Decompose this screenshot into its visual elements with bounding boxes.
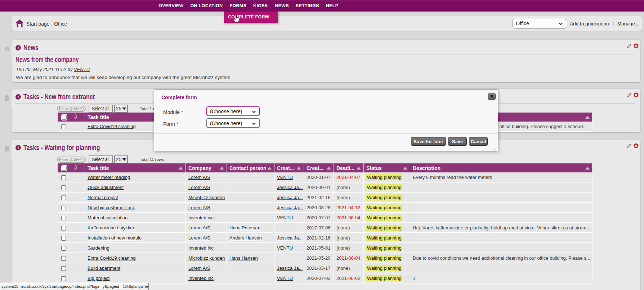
header-select-all[interactable] bbox=[58, 113, 71, 122]
form-select[interactable]: (Choose here) bbox=[206, 118, 260, 128]
contact-link[interactable]: Hans Hansen bbox=[229, 255, 258, 261]
manage-link[interactable]: Manage... bbox=[617, 21, 639, 26]
row-checkbox[interactable] bbox=[61, 216, 66, 220]
row-checkbox[interactable] bbox=[61, 226, 66, 230]
creator-link[interactable]: VENTU bbox=[277, 215, 293, 220]
clipboard-tab-icon bbox=[4, 146, 9, 152]
module-select[interactable]: (Choose here) bbox=[206, 106, 260, 116]
company-link[interactable]: Microbizz kunden bbox=[188, 195, 225, 200]
row-checkbox[interactable] bbox=[61, 246, 66, 251]
remove-panel-icon[interactable] bbox=[634, 92, 639, 99]
task-link[interactable]: Material calculation bbox=[88, 215, 128, 220]
company-link[interactable]: Lorem A/S bbox=[188, 225, 210, 230]
nav-item-kiosk[interactable]: KIOSK bbox=[253, 3, 268, 8]
table-row: Extra Covid19 cleaning Microbizz kunden … bbox=[58, 253, 592, 263]
creator-link[interactable]: Jessica Ja... bbox=[277, 205, 303, 210]
close-dialog-button[interactable]: ✖ bbox=[488, 93, 496, 100]
row-checkbox[interactable] bbox=[61, 276, 66, 281]
table-row: New big customer task Lorem A/S Jessica … bbox=[58, 203, 592, 213]
workspace-select[interactable]: Office bbox=[513, 19, 566, 28]
company-link[interactable]: Invented inc bbox=[188, 215, 214, 220]
header-description[interactable]: Description bbox=[410, 163, 592, 172]
filter-input[interactable]: Filter (Ctrl+Y) bbox=[57, 106, 86, 112]
creator-link[interactable]: VENTU bbox=[277, 276, 293, 281]
row-checkbox[interactable] bbox=[61, 185, 66, 190]
company-link[interactable]: Lorem A/S bbox=[188, 265, 210, 271]
save-for-later-button[interactable]: Save for later bbox=[411, 137, 446, 146]
task-link[interactable]: Installation of new module bbox=[88, 235, 142, 241]
header-attachment[interactable] bbox=[71, 163, 85, 172]
creator-link[interactable]: Jessica Ja... bbox=[277, 235, 303, 241]
header-attachment[interactable] bbox=[71, 113, 85, 122]
company-link[interactable]: Invented inc bbox=[188, 245, 214, 251]
add-to-quickmenu-link[interactable]: Add to quickmenu bbox=[570, 21, 609, 26]
header-creator[interactable]: Creat... bbox=[274, 163, 304, 172]
news-headline[interactable]: News from the company bbox=[15, 56, 79, 64]
planning-panel-tab[interactable] bbox=[2, 143, 12, 158]
edit-panel-icon[interactable] bbox=[627, 92, 631, 99]
nav-item-forms[interactable]: FORMS bbox=[229, 3, 246, 8]
filter-input[interactable]: Filter (Ctrl+Y) bbox=[57, 157, 86, 163]
cancel-button[interactable]: Cancel bbox=[469, 137, 488, 146]
task-link[interactable]: Kaffemaskine i stykker bbox=[88, 225, 134, 230]
header-deadline[interactable]: Deadl... bbox=[334, 163, 364, 172]
company-link[interactable]: Microbizz kunden bbox=[188, 255, 225, 261]
nav-item-settings[interactable]: SETTINGS bbox=[296, 3, 319, 8]
task-link[interactable]: Extra Covid19 cleaning bbox=[88, 255, 136, 261]
task-link[interactable]: Build apartment bbox=[88, 265, 120, 271]
task-description: Every 6 months read the water meters bbox=[410, 172, 592, 183]
creator-link[interactable]: VENTU bbox=[277, 245, 293, 251]
row-checkbox[interactable] bbox=[61, 175, 66, 180]
row-checkbox[interactable] bbox=[61, 236, 66, 241]
company-link[interactable]: Lorem A/S bbox=[188, 185, 210, 190]
remove-panel-icon[interactable] bbox=[634, 43, 639, 50]
page-size-button[interactable]: 25 bbox=[114, 105, 128, 113]
menu-item-complete-form[interactable]: COMPLETE FORM bbox=[224, 12, 278, 23]
creator-link[interactable]: Jessica Ja... bbox=[277, 265, 303, 271]
extranet-panel-tab[interactable] bbox=[2, 92, 12, 107]
edit-panel-icon[interactable] bbox=[627, 43, 631, 50]
task-link[interactable]: Extra Covid19 cleaning bbox=[88, 124, 136, 129]
task-link[interactable]: New big customer task bbox=[88, 205, 135, 210]
task-link[interactable]: Quick adjustment bbox=[88, 185, 124, 190]
row-checkbox[interactable] bbox=[61, 266, 66, 271]
home-icon[interactable] bbox=[15, 19, 24, 29]
select-all-button[interactable]: Select all bbox=[89, 155, 113, 163]
creator-link[interactable]: Jessica Ja... bbox=[277, 185, 303, 190]
task-link[interactable]: Normal project bbox=[88, 195, 118, 200]
row-checkbox[interactable] bbox=[61, 195, 66, 200]
nav-item-overview[interactable]: OVERVIEW bbox=[158, 3, 184, 8]
row-checkbox[interactable] bbox=[61, 206, 66, 210]
remove-panel-icon[interactable] bbox=[634, 143, 639, 150]
page-size-button[interactable]: 25 bbox=[114, 155, 128, 163]
contact-link[interactable]: Hans Petersen bbox=[229, 225, 260, 230]
resize-handle[interactable] bbox=[493, 146, 497, 150]
header-status[interactable]: Status bbox=[364, 163, 410, 172]
creator-link[interactable]: Jessica Ja... bbox=[277, 195, 303, 200]
creator-link[interactable]: VENTU bbox=[277, 175, 293, 180]
task-link[interactable]: Gardening bbox=[88, 245, 109, 251]
select-all-button[interactable]: Select all bbox=[89, 105, 113, 113]
row-checkbox[interactable] bbox=[61, 256, 66, 261]
company-link[interactable]: Lorem A/S bbox=[188, 235, 210, 241]
company-link[interactable]: Lorem A/S bbox=[188, 205, 210, 210]
nav-item-help[interactable]: HELP bbox=[326, 3, 339, 8]
nav-item-on-location[interactable]: ON LOCATION bbox=[191, 3, 223, 8]
header-contact-person[interactable]: Contact person bbox=[227, 163, 274, 172]
header-company[interactable]: Company bbox=[186, 163, 227, 172]
company-link[interactable]: Invented inc bbox=[188, 276, 214, 281]
header-task-title[interactable]: Task title bbox=[85, 163, 186, 172]
edit-panel-icon[interactable] bbox=[627, 143, 631, 150]
task-link[interactable]: Big project bbox=[88, 276, 109, 281]
header-select-all[interactable] bbox=[58, 163, 71, 172]
row-checkbox[interactable] bbox=[61, 124, 66, 129]
header-created[interactable]: Creat... bbox=[304, 163, 334, 172]
news-panel-tab[interactable] bbox=[2, 43, 12, 58]
news-author-link[interactable]: VENTU bbox=[74, 67, 90, 72]
task-link[interactable]: Water meter reading bbox=[88, 175, 130, 180]
company-link[interactable]: Lorem A/S bbox=[188, 175, 210, 180]
nav-item-news[interactable]: NEWS bbox=[275, 3, 289, 8]
save-button[interactable]: Save bbox=[448, 137, 467, 146]
contact-link[interactable]: Anders Hansen bbox=[229, 235, 262, 241]
table-row: Gardening Invented inc VENTU 2021-05-01 … bbox=[58, 243, 592, 253]
